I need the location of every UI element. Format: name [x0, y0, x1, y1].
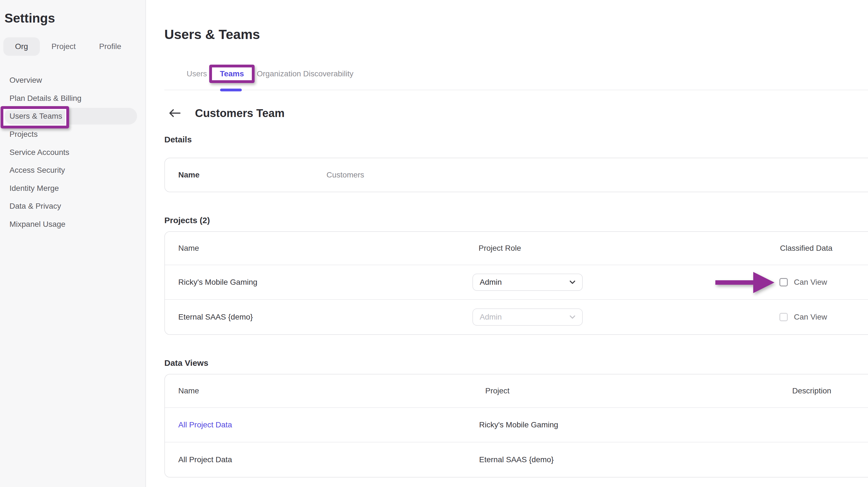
sidebar-item-mixpanel-usage[interactable]: Mixpanel Usage: [0, 215, 146, 234]
project-name: Ricky's Mobile Gaming: [178, 278, 472, 287]
sidebar-item-data-privacy[interactable]: Data & Privacy: [0, 197, 146, 215]
sidebar-item-identity-merge[interactable]: Identity Merge: [0, 179, 146, 197]
data-views-col-description: Description: [780, 387, 868, 395]
details-card: Name Customers: [164, 158, 868, 192]
project-name: Eternal SAAS {demo}: [178, 313, 472, 322]
settings-page: Settings Org Project Profile Overview Pl…: [0, 0, 868, 487]
team-title: Customers Team: [195, 107, 285, 120]
can-view-checkbox-disabled: [779, 313, 788, 321]
sidebar-nav: Overview Plan Details & Billing Users & …: [0, 71, 146, 233]
data-views-col-project: Project: [479, 387, 780, 395]
sidebar-item-plan-details-billing[interactable]: Plan Details & Billing: [0, 89, 146, 108]
data-view-row-1: All Project Data Ricky's Mobile Gaming: [165, 408, 868, 443]
sidebar: Settings Org Project Profile Overview Pl…: [0, 0, 146, 487]
active-tab-underline: [220, 89, 242, 91]
details-row: Name Customers: [165, 158, 868, 192]
tab-teams[interactable]: Teams: [220, 67, 244, 81]
projects-table-header: Name Project Role Classified Data: [165, 232, 868, 265]
data-view-project: Eternal SAAS {demo}: [479, 455, 780, 464]
project-role-dropdown[interactable]: Admin: [472, 274, 583, 291]
projects-table: Name Project Role Classified Data Ricky'…: [164, 231, 868, 335]
main-tabs: Users Teams Organization Discoverability: [164, 65, 868, 90]
projects-col-name: Name: [178, 244, 472, 253]
project-row-rickys-mobile-gaming: Ricky's Mobile Gaming Admin Can View: [165, 265, 868, 300]
sidebar-tab-org[interactable]: Org: [3, 37, 40, 56]
projects-col-project-role: Project Role: [472, 244, 773, 253]
can-view-label: Can View: [794, 278, 827, 287]
data-view-name: All Project Data: [178, 455, 479, 464]
data-view-row-2: All Project Data Eternal SAAS {demo}: [165, 443, 868, 477]
back-button[interactable]: [169, 108, 181, 118]
project-role-dropdown-disabled: Admin: [472, 308, 583, 326]
sidebar-item-overview[interactable]: Overview: [0, 71, 146, 89]
page-title: Users & Teams: [164, 27, 868, 42]
team-header: Customers Team: [164, 105, 868, 121]
can-view-label: Can View: [794, 313, 827, 322]
sidebar-tab-profile[interactable]: Profile: [88, 37, 133, 56]
project-role-value: Admin: [480, 278, 502, 287]
data-view-project: Ricky's Mobile Gaming: [479, 420, 780, 429]
details-name-label: Name: [178, 171, 327, 179]
project-row-eternal-saas-demo: Eternal SAAS {demo} Admin Can View: [165, 300, 868, 334]
annotation-box-teams-tab: Teams: [209, 65, 255, 83]
data-view-name-link[interactable]: All Project Data: [178, 420, 232, 429]
sidebar-item-projects[interactable]: Projects: [0, 125, 146, 144]
data-views-heading: Data Views: [164, 358, 868, 368]
chevron-down-icon: [569, 280, 576, 284]
projects-heading: Projects (2): [164, 216, 868, 226]
can-view-checkbox[interactable]: [779, 278, 788, 286]
details-name-value: Customers: [327, 171, 364, 179]
projects-col-classified-data: Classified Data: [773, 244, 868, 253]
sidebar-scope-tabs: Org Project Profile: [3, 37, 146, 56]
data-views-col-name: Name: [178, 387, 479, 395]
settings-title: Settings: [4, 10, 146, 26]
sidebar-item-users-teams[interactable]: Users & Teams: [0, 107, 146, 125]
data-views-table: Name Project Description All Project Dat…: [164, 374, 868, 478]
tab-organization-discoverability[interactable]: Organization Discoverability: [257, 65, 353, 83]
project-role-value: Admin: [480, 313, 502, 322]
sidebar-item-service-accounts[interactable]: Service Accounts: [0, 143, 146, 161]
main-content: Users & Teams Users Teams Organization D…: [146, 0, 868, 487]
chevron-down-icon: [569, 315, 576, 319]
tab-users[interactable]: Users: [187, 65, 207, 83]
sidebar-item-access-security[interactable]: Access Security: [0, 161, 146, 179]
arrow-left-icon: [169, 109, 181, 118]
details-heading: Details: [164, 135, 868, 145]
data-views-table-header: Name Project Description: [165, 374, 868, 408]
sidebar-tab-project[interactable]: Project: [40, 37, 88, 56]
